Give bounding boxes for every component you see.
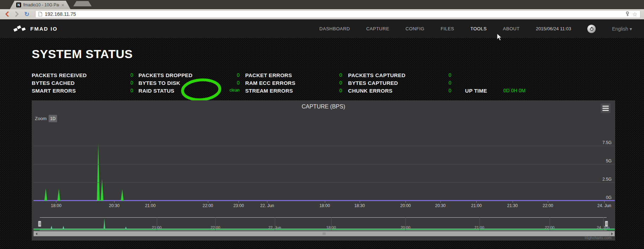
bookmark-star-icon[interactable]: ☆ — [632, 11, 637, 18]
status-label: PACKET ERRORS — [245, 72, 292, 78]
chart-scrollbar[interactable] — [33, 231, 615, 236]
x-tick-label: 20:30 — [109, 203, 119, 208]
chart-title: CAPTURE (BPS) — [32, 104, 615, 110]
nav-item-files[interactable]: FILES — [441, 26, 454, 31]
status-label: SMART ERRORS — [32, 88, 76, 94]
status-value: 0 — [237, 72, 240, 78]
status-grid: PACKETS RECEIVED0PACKETS DROPPED0PACKET … — [32, 71, 630, 94]
x-tick-label: 22. Jun — [260, 203, 274, 208]
navigator-tick-label: 20:00 — [401, 225, 410, 230]
brand-name: FMAD IO — [30, 26, 57, 32]
series-spike — [57, 189, 60, 201]
navigator-tick-label: 22:00 — [545, 225, 555, 230]
status-item: RAID STATUSclean — [138, 88, 245, 94]
x-tick-label: 23:00 — [233, 203, 244, 208]
address-bar[interactable]: 192.168.11.75 ☆ — [35, 10, 640, 18]
nav-item-capture[interactable]: CAPTURE — [366, 26, 389, 31]
status-item: SMART ERRORS0 — [32, 88, 138, 94]
back-button[interactable] — [4, 11, 11, 18]
status-value: 0 — [339, 88, 342, 94]
status-item: CHUNK ERRORS0 — [348, 88, 465, 94]
x-tick-mark — [267, 201, 267, 203]
status-label: RAM ECC ERRORS — [245, 80, 296, 86]
browser-toolbar: ↻ 192.168.11.75 ☆ — [0, 9, 644, 19]
reload-button[interactable]: ↻ — [23, 11, 30, 18]
y-tick-label: 2.5G — [602, 177, 612, 182]
status-value: 0 — [130, 72, 133, 78]
status-item: UP TIME0D 0H 0M — [465, 88, 526, 94]
site-navbar: FMAD IO 2015/06/24 11:03 English ▾ DASHB… — [0, 19, 644, 38]
status-value: clean — [229, 88, 240, 94]
key-icon[interactable] — [625, 11, 630, 17]
navigator-selected-range[interactable] — [40, 217, 607, 230]
status-value: 0 — [130, 88, 133, 94]
y-gridline — [33, 164, 615, 164]
forward-button[interactable] — [13, 11, 20, 18]
highcharts-credit: Highcharts.com — [585, 236, 612, 240]
nav-item-config[interactable]: CONFIG — [405, 26, 425, 31]
y-tick-label: 0G — [606, 195, 612, 200]
x-tick-mark — [239, 201, 239, 203]
status-item: PACKETS CAPTURED0 — [348, 72, 465, 78]
status-label: BYTES CAPTURED — [348, 80, 398, 86]
x-tick-mark — [440, 201, 441, 203]
nav-datetime: 2015/06/24 11:03 — [536, 26, 571, 31]
x-tick-label: 18:30 — [354, 203, 365, 208]
y-gridline — [33, 182, 615, 183]
tab-title: fmadio10 - 10G Pack — [23, 2, 59, 7]
status-item: PACKETS DROPPED0 — [138, 72, 245, 78]
status-value: 0 — [339, 80, 342, 86]
language-label: English — [612, 26, 628, 32]
status-value: 0D 0H 0M — [503, 88, 526, 94]
x-tick-mark — [604, 201, 605, 203]
x-tick-mark — [360, 201, 360, 203]
status-label: BYTES TO DISK — [138, 80, 180, 86]
navigator-tick-label: 21:00 — [475, 225, 484, 230]
x-tick-mark — [150, 201, 151, 203]
nav-menu: 2015/06/24 11:03 English ▾ DASHBOARDCAPT… — [320, 25, 644, 33]
x-tick-mark — [548, 201, 548, 203]
fmadio-logo-icon — [13, 25, 27, 33]
power-icon[interactable] — [587, 25, 596, 33]
tab-close-icon[interactable]: × — [61, 2, 64, 8]
status-item: BYTES CAPTURED0 — [348, 80, 465, 86]
x-tick-label: 21:00 — [471, 203, 482, 208]
navigator[interactable]: 21:0022:0022. Jun18:0020:0021:0022:0024.… — [33, 217, 615, 231]
x-tick-label: 18:00 — [51, 203, 61, 208]
scrollbar-grip[interactable] — [323, 232, 326, 235]
nav-item-about[interactable]: ABOUT — [503, 26, 520, 31]
x-tick-mark — [56, 201, 56, 203]
navigator-tick-label: 24. Jun — [597, 225, 609, 230]
zoom-1d-button[interactable]: 1D — [49, 115, 57, 122]
scrollbar-left-arrow-icon[interactable] — [34, 231, 39, 236]
x-tick-label: 24. Jun — [597, 203, 611, 208]
x-tick-label: 20:30 — [435, 203, 446, 208]
status-item: PACKET ERRORS0 — [245, 72, 348, 78]
status-label: STREAM ERRORS — [245, 88, 293, 94]
status-value: 0 — [237, 80, 240, 86]
navigator-tick-label: 18:00 — [326, 225, 336, 230]
screen: N fmadio10 - 10G Pack × ↻ 192.168.11.75 … — [0, 0, 644, 249]
nav-item-dashboard[interactable]: DASHBOARD — [320, 26, 350, 31]
nav-item-tools[interactable]: TOOLS — [470, 26, 487, 31]
status-label: UP TIME — [465, 88, 487, 94]
url-text[interactable]: 192.168.11.75 — [45, 11, 625, 17]
page-content: SYSTEM STATUS PACKETS RECEIVED0PACKETS D… — [0, 38, 644, 249]
x-tick-mark — [476, 201, 477, 203]
x-tick-mark — [114, 201, 114, 203]
brand[interactable]: FMAD IO — [13, 25, 57, 33]
y-tick-label: 7.5G — [602, 140, 612, 145]
x-tick-label: 21:00 — [145, 203, 156, 208]
navigator-tick-label: 22:00 — [211, 225, 221, 230]
series-spike — [97, 143, 100, 201]
browser-tab-strip: N fmadio10 - 10G Pack × — [0, 0, 644, 9]
status-item: PACKETS RECEIVED0 — [32, 72, 138, 78]
background-tab-stub[interactable] — [73, 1, 92, 6]
status-label: CHUNK ERRORS — [348, 88, 392, 94]
status-row: SMART ERRORS0RAID STATUScleanSTREAM ERRO… — [32, 87, 630, 94]
navigator-left-handle[interactable] — [38, 221, 41, 227]
status-item: RAM ECC ERRORS0 — [245, 80, 348, 86]
browser-tab[interactable]: N fmadio10 - 10G Pack × — [10, 1, 70, 9]
chart-menu-icon[interactable] — [601, 104, 611, 113]
language-selector[interactable]: English ▾ — [612, 26, 632, 32]
